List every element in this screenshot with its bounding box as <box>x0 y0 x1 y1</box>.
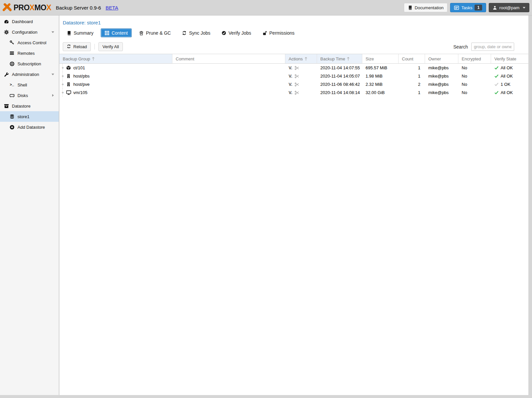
sidebar-item-access-control[interactable]: Access Control <box>0 37 59 48</box>
chevron-down-icon[interactable] <box>52 74 54 75</box>
user-label: root@pam <box>499 5 519 10</box>
sidebar-item-configuration[interactable]: Configuration <box>0 27 59 37</box>
chevron-down-icon[interactable] <box>52 31 54 33</box>
reload-button[interactable]: Reload <box>63 42 91 51</box>
verify-action-link[interactable]: V. <box>289 82 292 87</box>
life-ring-icon <box>9 61 15 66</box>
size-cell: 32.00 GiB <box>362 88 399 97</box>
tab-label: Sync Jobs <box>189 30 210 36</box>
verify-action-link[interactable]: V. <box>289 90 292 95</box>
brand-part: PRO <box>14 3 29 12</box>
wrench-icon <box>4 72 9 77</box>
sidebar-item-disks[interactable]: Disks <box>0 90 59 101</box>
column-header-count[interactable]: Count <box>399 54 425 64</box>
table-row-host-pve[interactable]: + host/pve V. <box>59 80 528 88</box>
column-label: Comment <box>176 56 194 61</box>
backup-group-label: vm/105 <box>73 90 88 95</box>
sidebar-item-datastore[interactable]: Datastore <box>0 101 59 111</box>
archive-box-icon <box>4 104 9 109</box>
main-panel: Datastore: store1 Summary Content <box>59 16 528 395</box>
gears-icon <box>4 30 9 35</box>
tab-verify-jobs[interactable]: Verify Jobs <box>218 28 255 37</box>
tab-content[interactable]: Content <box>101 28 132 37</box>
column-label: Size <box>366 56 374 61</box>
documentation-label: Documentation <box>415 5 443 10</box>
column-header-owner[interactable]: Owner <box>425 54 458 64</box>
count-cell: 1 <box>399 72 425 80</box>
verify-all-label: Verify All <box>102 44 119 49</box>
sidebar-item-administration[interactable]: Administration <box>0 69 59 80</box>
verify-all-button[interactable]: Verify All <box>98 42 123 51</box>
sort-ascending-icon <box>92 57 95 61</box>
sidebar-item-dashboard[interactable]: Dashboard <box>0 16 59 27</box>
sidebar-item-subscription[interactable]: Subscription <box>0 58 59 69</box>
unlock-icon <box>263 31 267 35</box>
encrypted-cell: No <box>458 80 491 88</box>
tab-permissions[interactable]: Permissions <box>259 28 299 37</box>
column-header-backup-group[interactable]: Backup Group <box>59 54 172 64</box>
tab-prune-gc[interactable]: Prune & GC <box>135 28 175 37</box>
column-label: Actions <box>289 56 303 61</box>
column-header-actions[interactable]: Actions <box>285 54 317 64</box>
expand-icon[interactable]: + <box>61 74 65 78</box>
prune-scissors-icon[interactable] <box>295 82 299 87</box>
prune-scissors-icon[interactable] <box>295 66 299 70</box>
owner-cell: mike@pbs <box>425 72 458 80</box>
column-header-size[interactable]: Size <box>362 54 399 64</box>
task-list-icon <box>454 5 459 10</box>
sidebar-item-label: Remotes <box>18 51 35 56</box>
table-row-vm-105[interactable]: + vm/105 V. <box>59 88 528 97</box>
user-menu-button[interactable]: root@pam <box>489 3 529 12</box>
sidebar-item-store1[interactable]: store1 <box>0 111 59 122</box>
column-header-comment[interactable]: Comment <box>172 54 285 64</box>
table-row-ct-101[interactable]: + ct/101 V. <box>59 64 528 72</box>
expand-icon[interactable]: + <box>61 66 65 70</box>
host-building-icon <box>66 82 71 87</box>
owner-cell: mike@pbs <box>425 64 458 72</box>
tasks-button[interactable]: Tasks 1 <box>450 3 486 12</box>
expand-icon[interactable]: + <box>61 91 65 95</box>
brand-part-x: X <box>29 3 34 12</box>
beta-link[interactable]: BETA <box>106 5 118 11</box>
verify-state-label: 1 OK <box>501 82 511 87</box>
sidebar-item-shell[interactable]: >_ Shell <box>0 80 59 90</box>
container-cube-icon <box>66 65 71 70</box>
sidebar-item-label: Dashboard <box>12 19 33 24</box>
plus-circle-icon <box>9 125 15 130</box>
prune-scissors-icon[interactable] <box>295 90 299 95</box>
comment-cell <box>172 72 285 80</box>
sidebar-item-add-datastore[interactable]: Add Datastore <box>0 122 59 132</box>
check-icon <box>494 82 499 86</box>
check-icon <box>494 90 499 95</box>
column-label: Backup Time <box>320 56 345 61</box>
comment-cell <box>172 80 285 88</box>
tab-summary[interactable]: Summary <box>63 28 97 37</box>
expand-icon[interactable]: + <box>61 83 65 86</box>
grid-header: Backup Group Comment Actions Backup Time <box>59 54 528 64</box>
table-row-host-pbs[interactable]: + host/pbs V. <box>59 72 528 80</box>
column-header-verify-state[interactable]: Verify State <box>491 54 528 64</box>
sidebar-item-remotes[interactable]: Remotes <box>0 48 59 58</box>
sidebar-item-label: Subscription <box>18 61 41 66</box>
documentation-button[interactable]: Documentation <box>404 3 447 12</box>
sidebar-item-label: Configuration <box>12 30 37 35</box>
refresh-icon <box>182 31 187 35</box>
search-input[interactable] <box>471 43 514 51</box>
column-header-backup-time[interactable]: Backup Time <box>317 54 362 64</box>
sidebar-item-label: Add Datastore <box>18 125 45 130</box>
sidebar-item-label: Administration <box>12 72 39 77</box>
chevron-right-icon[interactable] <box>52 94 54 97</box>
check-circle-icon <box>222 31 226 35</box>
verify-action-link[interactable]: V. <box>289 65 292 70</box>
prune-scissors-icon[interactable] <box>295 74 299 79</box>
column-header-encrypted[interactable]: Encrypted <box>458 54 491 64</box>
verify-state-label: All OK <box>501 65 513 70</box>
user-icon <box>493 6 497 10</box>
grid-toolbar: Reload Verify All Search <box>59 40 528 54</box>
tachometer-icon <box>4 19 9 24</box>
verify-action-link[interactable]: V. <box>289 74 292 79</box>
backup-group-label: host/pbs <box>73 74 89 79</box>
backup-group-label: host/pve <box>73 82 89 87</box>
terminal-icon: >_ <box>9 83 15 87</box>
tab-sync-jobs[interactable]: Sync Jobs <box>178 28 214 37</box>
